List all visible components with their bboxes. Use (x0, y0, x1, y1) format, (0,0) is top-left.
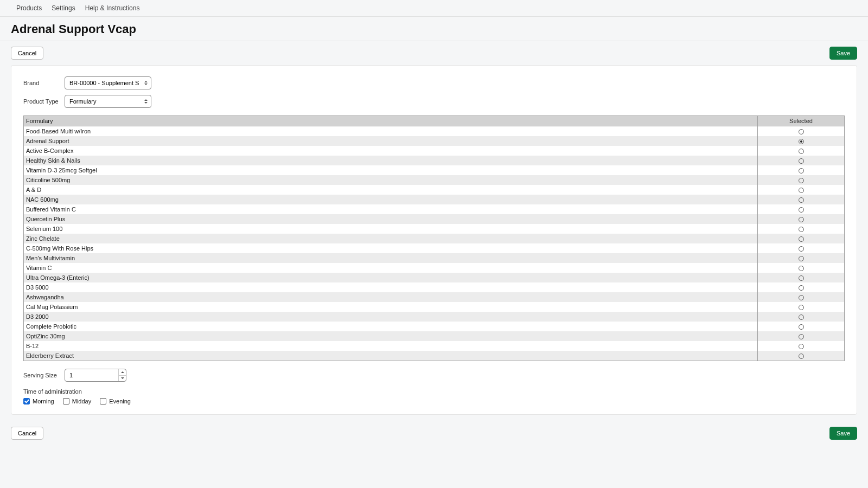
selected-cell (758, 253, 845, 263)
select-radio[interactable] (799, 129, 804, 134)
nav-products[interactable]: Products (16, 4, 42, 12)
select-radio[interactable] (799, 217, 804, 222)
nav-help[interactable]: Help & Instructions (85, 4, 140, 12)
formulary-name-cell: Ultra Omega-3 (Enteric) (24, 273, 758, 282)
page-title: Adrenal Support Vcap (11, 22, 857, 36)
select-radio[interactable] (799, 314, 804, 320)
selected-cell (758, 282, 845, 292)
select-radio[interactable] (799, 305, 804, 310)
formulary-name-cell: Complete Probiotic (24, 322, 758, 331)
time-option-label: Evening (109, 398, 131, 404)
select-radio[interactable] (799, 295, 804, 300)
select-radio[interactable] (799, 354, 804, 359)
formulary-name-cell: Citicoline 500mg (24, 175, 758, 185)
time-option[interactable]: Evening (100, 398, 131, 404)
brand-label: Brand (23, 80, 65, 86)
selected-cell (758, 322, 845, 331)
select-radio[interactable] (799, 149, 804, 154)
formulary-name-cell: Buffered Vitamin C (24, 204, 758, 214)
select-radio[interactable] (799, 256, 804, 261)
select-radio[interactable] (799, 168, 804, 174)
th-selected: Selected (758, 116, 845, 126)
select-radio[interactable] (799, 266, 804, 271)
formulary-name-cell: Cal Mag Potassium (24, 302, 758, 312)
select-radio[interactable] (799, 139, 804, 144)
selected-cell (758, 234, 845, 243)
table-row: Vitamin C (24, 263, 845, 273)
selected-cell (758, 185, 845, 195)
selected-cell (758, 195, 845, 204)
select-radio[interactable] (799, 275, 804, 281)
table-header-row: Formulary Selected (24, 116, 845, 126)
page-title-bar: Adrenal Support Vcap (0, 17, 868, 41)
select-radio[interactable] (799, 207, 804, 213)
cancel-button[interactable]: Cancel (11, 47, 43, 60)
table-row: Vitamin D-3 25mcg Softgel (24, 165, 845, 175)
select-radio[interactable] (799, 334, 804, 339)
checkbox-icon (63, 398, 69, 404)
brand-select[interactable]: BR-00000 - Supplement Seller (65, 76, 151, 89)
selected-cell (758, 214, 845, 224)
stepper-down[interactable] (119, 376, 126, 382)
serving-size-row: Serving Size (23, 369, 845, 382)
select-radio[interactable] (799, 246, 804, 252)
brand-select-wrap: BR-00000 - Supplement Seller (65, 76, 151, 89)
table-row: C-500mg With Rose Hips (24, 243, 845, 253)
product-type-row: Product Type Formulary (23, 95, 845, 108)
select-radio[interactable] (799, 197, 804, 203)
table-row: Zinc Chelate (24, 234, 845, 243)
save-button-bottom[interactable]: Save (829, 427, 857, 440)
formulary-name-cell: NAC 600mg (24, 195, 758, 204)
select-radio[interactable] (799, 324, 804, 330)
select-radio[interactable] (799, 227, 804, 232)
time-label: Time of administration (23, 388, 845, 395)
selected-cell (758, 126, 845, 137)
table-row: Quercetin Plus (24, 214, 845, 224)
table-row: OptiZinc 30mg (24, 331, 845, 341)
table-row: Selenium 100 (24, 224, 845, 234)
formulary-name-cell: Ashwagandha (24, 292, 758, 302)
cancel-button-bottom[interactable]: Cancel (11, 427, 43, 440)
product-type-select[interactable]: Formulary (65, 95, 151, 108)
formulary-name-cell: Food-Based Multi w/Iron (24, 126, 758, 137)
serving-size-label: Serving Size (23, 372, 65, 378)
brand-row: Brand BR-00000 - Supplement Seller (23, 76, 845, 89)
nav-settings[interactable]: Settings (52, 4, 75, 12)
product-type-select-wrap: Formulary (65, 95, 151, 108)
select-radio[interactable] (799, 344, 804, 349)
formulary-name-cell: Healthy Skin & Nails (24, 156, 758, 165)
select-radio[interactable] (799, 236, 804, 242)
time-options: MorningMiddayEvening (23, 398, 845, 404)
table-row: Healthy Skin & Nails (24, 156, 845, 165)
selected-cell (758, 175, 845, 185)
select-radio[interactable] (799, 285, 804, 291)
form-card: Brand BR-00000 - Supplement Seller Produ… (11, 65, 857, 415)
formulary-name-cell: Selenium 100 (24, 224, 758, 234)
select-radio[interactable] (799, 178, 804, 183)
table-row: Ultra Omega-3 (Enteric) (24, 273, 845, 282)
time-option[interactable]: Midday (63, 398, 91, 404)
formulary-name-cell: Active B-Complex (24, 146, 758, 156)
save-button[interactable]: Save (829, 47, 857, 60)
table-row: Ashwagandha (24, 292, 845, 302)
formulary-name-cell: B-12 (24, 341, 758, 351)
selected-cell (758, 273, 845, 282)
table-row: B-12 (24, 341, 845, 351)
stepper-up[interactable] (119, 369, 126, 376)
select-radio[interactable] (799, 158, 804, 164)
actions-top: Cancel Save (0, 41, 868, 65)
selected-cell (758, 351, 845, 361)
time-option[interactable]: Morning (23, 398, 54, 404)
selected-cell (758, 331, 845, 341)
table-row: Citicoline 500mg (24, 175, 845, 185)
formulary-name-cell: D3 2000 (24, 312, 758, 322)
table-row: Buffered Vitamin C (24, 204, 845, 214)
selected-cell (758, 204, 845, 214)
formulary-name-cell: OptiZinc 30mg (24, 331, 758, 341)
select-radio[interactable] (799, 188, 804, 193)
formulary-name-cell: A & D (24, 185, 758, 195)
selected-cell (758, 165, 845, 175)
serving-size-input[interactable] (65, 369, 126, 382)
actions-bottom: Cancel Save (0, 421, 868, 445)
table-row: A & D (24, 185, 845, 195)
